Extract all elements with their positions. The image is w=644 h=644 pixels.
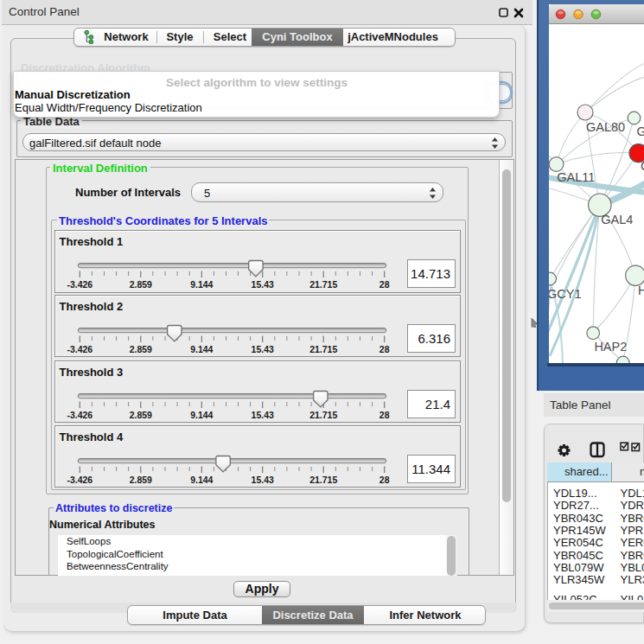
svg-text:28: 28 [379, 409, 389, 419]
svg-text:-3.426: -3.426 [67, 409, 92, 419]
svg-text:21.715: 21.715 [309, 343, 337, 354]
svg-text:21.715: 21.715 [309, 409, 337, 419]
svg-text:-3.426: -3.426 [67, 279, 92, 290]
svg-text:28: 28 [379, 343, 389, 354]
svg-text:9.144: 9.144 [190, 343, 213, 354]
svg-text:15.43: 15.43 [251, 279, 273, 290]
svg-text:-3.426: -3.426 [67, 474, 92, 484]
svg-text:28: 28 [379, 279, 389, 290]
svg-text:GAL80: GAL80 [586, 120, 625, 134]
svg-text:HAP2: HAP2 [594, 340, 627, 354]
svg-text:9.144: 9.144 [190, 474, 213, 484]
svg-text:15.43: 15.43 [251, 474, 273, 484]
svg-text:GAL11: GAL11 [557, 170, 595, 184]
svg-text:21.715: 21.715 [309, 279, 337, 290]
svg-text:C: C [641, 159, 644, 173]
svg-text:9.144: 9.144 [190, 279, 213, 290]
svg-text:15.43: 15.43 [251, 409, 273, 419]
svg-text:GA: GA [637, 124, 644, 138]
svg-text:2.859: 2.859 [129, 343, 151, 354]
svg-text:-3.426: -3.426 [67, 343, 92, 354]
svg-text:2.859: 2.859 [129, 474, 151, 484]
svg-text:15.43: 15.43 [251, 343, 273, 354]
svg-text:GAL4: GAL4 [601, 213, 633, 226]
svg-text:9.144: 9.144 [190, 409, 213, 419]
svg-text:GCY1: GCY1 [549, 287, 582, 301]
svg-text:28: 28 [379, 474, 389, 484]
svg-text:21.715: 21.715 [309, 474, 337, 484]
svg-text:2.859: 2.859 [129, 279, 151, 290]
svg-text:2.859: 2.859 [129, 409, 151, 419]
svg-text:H: H [638, 284, 644, 297]
